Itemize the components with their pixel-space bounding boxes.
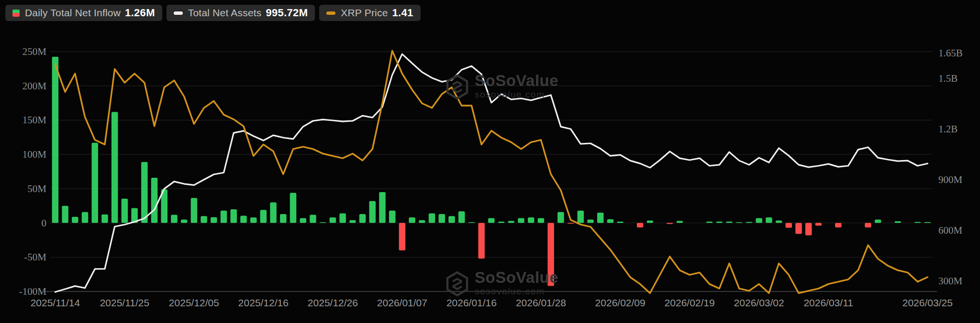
inflow-bar[interactable]	[706, 222, 713, 223]
inflow-bar[interactable]	[805, 223, 812, 236]
legend-item-daily-net-inflow[interactable]: Daily Total Net Inflow 1.26M	[5, 5, 162, 21]
inflow-bar[interactable]	[667, 223, 673, 224]
inflow-bar[interactable]	[597, 213, 604, 223]
inflow-bar[interactable]	[448, 216, 455, 223]
legend-value: 1.26M	[125, 7, 155, 19]
inflow-bar[interactable]	[815, 223, 822, 226]
inflow-bar[interactable]	[52, 57, 59, 223]
y-axis-left-tick-label: 50M	[27, 183, 46, 194]
inflow-bar[interactable]	[369, 201, 376, 223]
inflow-bar[interactable]	[231, 209, 237, 223]
inflow-bar[interactable]	[181, 219, 188, 223]
inflow-bar[interactable]	[111, 112, 118, 223]
inflow-bar[interactable]	[240, 216, 247, 223]
inflow-bar[interactable]	[409, 217, 415, 223]
inflow-bar[interactable]	[399, 223, 406, 250]
inflow-bar[interactable]	[746, 222, 753, 223]
inflow-bar[interactable]	[736, 222, 743, 223]
inflow-bar[interactable]	[349, 220, 356, 223]
x-axis-tick-label: 2025/12/26	[308, 297, 358, 308]
inflow-bar[interactable]	[171, 215, 178, 223]
inflow-bar[interactable]	[211, 217, 217, 223]
inflow-bar[interactable]	[795, 223, 802, 234]
inflow-bar[interactable]	[726, 222, 733, 223]
inflow-bar[interactable]	[290, 193, 297, 223]
inflow-bar[interactable]	[865, 223, 871, 227]
y-axis-left-tick-label: 150M	[22, 114, 47, 126]
y-axis-right-tick-label: 1.2B	[938, 123, 958, 135]
inflow-bar[interactable]	[320, 222, 326, 223]
inflow-bar[interactable]	[379, 192, 386, 223]
inflow-bar[interactable]	[547, 223, 554, 286]
inflow-bar[interactable]	[200, 216, 207, 223]
inflow-bar[interactable]	[766, 217, 772, 223]
inflow-bar[interactable]	[280, 214, 287, 223]
inflow-bar[interactable]	[756, 218, 762, 223]
inflow-bar[interactable]	[221, 211, 227, 223]
total-net-assets-line[interactable]	[55, 54, 927, 292]
inflow-bar[interactable]	[419, 220, 425, 223]
y-axis-right-tick-label: 1.5B	[938, 73, 958, 84]
xrp-price-line[interactable]	[55, 51, 927, 293]
inflow-bar[interactable]	[508, 221, 515, 223]
inflow-bar[interactable]	[122, 199, 128, 223]
inflow-bar[interactable]	[260, 210, 267, 223]
inflow-bar[interactable]	[141, 162, 148, 223]
inflow-bar[interactable]	[914, 222, 921, 223]
inflow-bar[interactable]	[587, 219, 594, 223]
inflow-bar[interactable]	[310, 215, 316, 223]
inflow-bar[interactable]	[924, 222, 931, 223]
chart-panel: 250M200M150M100M50M0-50M-100M1.65B1.5B1.…	[0, 0, 980, 323]
inflow-bar[interactable]	[716, 222, 723, 223]
x-axis-tick-label: 2026/03/02	[734, 297, 784, 308]
inflow-bar[interactable]	[617, 222, 624, 223]
inflow-bar[interactable]	[468, 222, 475, 223]
inflow-bar[interactable]	[92, 143, 99, 223]
inflow-bar[interactable]	[62, 206, 68, 223]
inflow-bar[interactable]	[359, 214, 366, 223]
inflow-bar[interactable]	[488, 218, 495, 223]
inflow-bar[interactable]	[270, 203, 277, 223]
inflow-bar[interactable]	[538, 218, 545, 223]
inflow-bar[interactable]	[72, 217, 78, 223]
inflow-bar[interactable]	[786, 223, 792, 228]
inflow-bar[interactable]	[677, 221, 683, 223]
inflow-bar[interactable]	[151, 178, 158, 223]
inflow-bar[interactable]	[528, 217, 535, 223]
x-axis-tick-label: 2026/01/28	[516, 297, 566, 308]
inflow-bar[interactable]	[607, 219, 614, 223]
inflow-bar[interactable]	[478, 223, 485, 259]
inflow-bar[interactable]	[578, 211, 584, 223]
inflow-bar[interactable]	[894, 221, 901, 223]
inflow-bar[interactable]	[389, 211, 396, 223]
inflow-bar[interactable]	[82, 212, 89, 223]
legend-item-total-net-assets[interactable]: Total Net Assets 995.72M	[167, 5, 315, 21]
inflow-bar[interactable]	[101, 215, 108, 223]
inflow-bar[interactable]	[518, 218, 524, 223]
chart-canvas[interactable]: 250M200M150M100M50M0-50M-100M1.65B1.5B1.…	[0, 0, 980, 323]
y-axis-left-tick-label: -100M	[19, 286, 46, 297]
inflow-bar[interactable]	[498, 222, 505, 223]
inflow-bar[interactable]	[875, 219, 881, 223]
inflow-bar[interactable]	[339, 214, 346, 223]
inflow-bar[interactable]	[300, 218, 307, 223]
y-axis-left-tick-label: -50M	[24, 251, 46, 263]
inflow-bar[interactable]	[637, 223, 644, 227]
inflow-bar[interactable]	[776, 221, 782, 223]
inflow-bar[interactable]	[647, 221, 654, 223]
inflow-bar[interactable]	[330, 217, 336, 223]
inflow-bar-icon	[12, 10, 20, 17]
x-axis-tick-label: 2025/11/14	[31, 297, 80, 308]
inflow-bar[interactable]	[250, 217, 257, 223]
inflow-bar[interactable]	[835, 223, 842, 227]
inflow-bar[interactable]	[458, 211, 465, 223]
legend-item-xrp-price[interactable]: XRP Price 1.41	[319, 5, 420, 21]
y-axis-left-tick-label: 100M	[22, 149, 47, 160]
y-axis-left-tick-label: 200M	[22, 80, 47, 92]
inflow-bar[interactable]	[557, 212, 564, 223]
inflow-bar[interactable]	[429, 214, 435, 223]
inflow-bar[interactable]	[439, 214, 445, 223]
inflow-bar[interactable]	[191, 198, 198, 223]
x-axis-tick-label: 2026/03/25	[902, 297, 953, 308]
inflow-bar[interactable]	[568, 223, 574, 224]
